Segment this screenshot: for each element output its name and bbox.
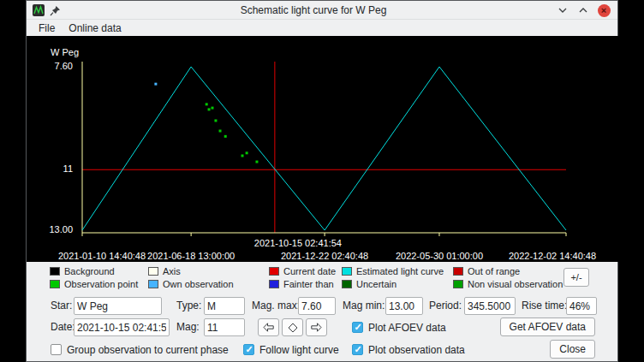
legend-item-observation-point: Observation point [50, 278, 138, 289]
follow-light-curve-checkbox[interactable]: Follow light curve [243, 341, 339, 359]
menu-file[interactable]: File [32, 22, 62, 34]
get-afoev-button[interactable]: Get AFOEV data [500, 317, 595, 336]
date-label: Date: [51, 318, 75, 336]
mag-max-input[interactable] [298, 297, 336, 315]
current-date-swatch-icon [269, 267, 279, 276]
legend-label: Non visual observation [468, 279, 563, 289]
observation-point-swatch-icon [50, 280, 60, 288]
close-icon: × [598, 4, 611, 17]
group-observation-label: Group observation to current phase [67, 344, 229, 356]
checkbox-icon [352, 344, 363, 355]
period-input[interactable] [464, 297, 516, 315]
pushpin-icon [50, 5, 61, 16]
menubar: File Online data [27, 20, 617, 36]
legend-item-axis: Axis [148, 265, 181, 276]
out-of-range-swatch-icon [453, 267, 463, 276]
light-curve-icon [33, 4, 45, 16]
own-observation-swatch-icon [148, 280, 158, 288]
diamond-icon [288, 323, 298, 333]
uncertain-swatch-icon [342, 280, 352, 288]
mag-min-label: Mag min: [343, 297, 385, 315]
follow-light-curve-label: Follow light curve [259, 344, 339, 356]
legend-label: Own observation [163, 279, 234, 289]
legend-label: Fainter than [283, 279, 334, 289]
x-axis-tick-label: 2021-06-18 13:00:00 [147, 251, 235, 261]
arrow-left-icon [263, 323, 274, 332]
axis-swatch-icon [148, 267, 158, 276]
plot-afoev-checkbox[interactable]: Plot AFOEV data [352, 318, 446, 336]
menu-online-data[interactable]: Online data [62, 22, 128, 34]
titlebar[interactable]: Schematic light curve for W Peg × [27, 1, 617, 20]
mag-min-input[interactable] [385, 297, 423, 315]
plot-afoev-label: Plot AFOEV data [368, 322, 446, 334]
legend-label: Axis [163, 266, 181, 276]
window-title: Schematic light curve for W Peg [78, 4, 549, 16]
phase-button[interactable] [282, 318, 303, 336]
plus-minus-button[interactable]: +/- [564, 268, 589, 287]
plot-star-name: W Peg [51, 47, 79, 57]
close-dialog-button[interactable]: Close [550, 340, 595, 359]
app-window: Schematic light curve for W Peg × File O… [26, 0, 618, 362]
legend-label: Current date [283, 266, 336, 276]
legend-item-out-of-range: Out of range [453, 265, 520, 276]
checkbox-icon [51, 344, 62, 355]
background-swatch-icon [50, 267, 60, 276]
pin-icon[interactable] [50, 4, 61, 15]
mag-max-label: Mag. max: [252, 297, 300, 315]
rise-time-input[interactable] [566, 297, 597, 315]
legend-item-non-visual: Non visual observation [453, 278, 563, 289]
legend-item-estimated-curve: Estimated light curve [342, 265, 444, 276]
plot-observation-label: Plot observation data [368, 344, 465, 356]
current-date-label: 2021-10-15 02:41:54 [254, 238, 342, 248]
legend-item-background: Background [50, 265, 115, 276]
plot-observation-checkbox[interactable]: Plot observation data [352, 341, 465, 359]
legend: Background Axis Current date Estimated l… [27, 262, 617, 293]
legend-label: Uncertain [356, 279, 397, 289]
x-axis-tick-label: 2021-12-22 02:40:48 [281, 251, 368, 261]
maximize-button[interactable] [576, 3, 590, 17]
legend-item-own-observation: Own observation [148, 278, 234, 289]
legend-item-uncertain: Uncertain [342, 278, 397, 289]
legend-item-fainter-than: Fainter than [269, 278, 334, 289]
y-axis-tick-label: 11 [27, 163, 73, 174]
x-axis-tick-label: 2022-05-30 01:00:00 [396, 251, 483, 261]
mag-label: Mag: [176, 318, 200, 336]
type-input[interactable] [204, 297, 245, 315]
form-area: Star: Type: Mag. max: Mag min: Period: R… [27, 293, 617, 361]
checkbox-icon [352, 322, 363, 333]
window-controls: × [556, 1, 611, 20]
y-axis-tick-label: 7.60 [27, 61, 73, 71]
close-button[interactable]: × [597, 3, 611, 17]
x-axis-tick-label: 2022-12-02 14:40:48 [509, 251, 596, 261]
light-curve-plot[interactable]: W Peg 2021-10-15 02:41:54 7.601113.00202… [27, 36, 619, 262]
step-forward-button[interactable] [306, 318, 327, 336]
star-input[interactable] [74, 297, 162, 315]
step-back-button[interactable] [258, 318, 279, 336]
chevron-down-icon [558, 7, 568, 14]
estimated-curve-swatch-icon [342, 267, 352, 276]
legend-item-current-date: Current date [269, 265, 336, 276]
legend-label: Estimated light curve [356, 266, 444, 276]
arrow-right-icon [311, 323, 322, 332]
date-input[interactable] [74, 318, 170, 336]
y-axis-tick-label: 13.00 [27, 224, 73, 234]
light-curve-chart [27, 36, 619, 262]
non-visual-swatch-icon [453, 280, 463, 288]
star-label: Star: [51, 297, 72, 315]
legend-label: Background [64, 266, 115, 276]
checkbox-icon [243, 344, 254, 355]
legend-label: Observation point [64, 279, 138, 289]
group-observation-checkbox[interactable]: Group observation to current phase [51, 341, 229, 359]
app-icon[interactable] [33, 4, 45, 16]
mag-input[interactable] [204, 318, 245, 336]
legend-label: Out of range [468, 266, 520, 276]
fainter-than-swatch-icon [269, 280, 279, 288]
rise-time-label: Rise time: [522, 297, 567, 315]
period-label: Period: [429, 297, 462, 315]
minimize-button[interactable] [556, 3, 569, 17]
chevron-up-icon [578, 7, 588, 14]
type-label: Type: [176, 297, 201, 315]
x-axis-tick-label: 2021-01-10 14:40:48 [58, 251, 146, 261]
